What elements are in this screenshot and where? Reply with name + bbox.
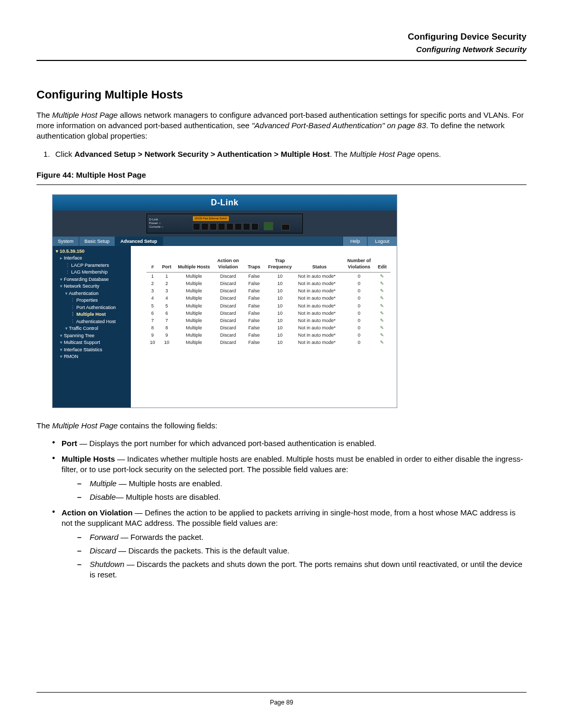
cell-edit[interactable]: ✎ <box>374 302 390 310</box>
cell-port: 10 <box>158 339 175 346</box>
cell-edit[interactable]: ✎ <box>374 317 390 324</box>
tree-item-label: Port Authentication <box>77 305 116 310</box>
edit-icon[interactable]: ✎ <box>380 295 384 301</box>
cell-mh: Multiple <box>175 294 213 302</box>
cell-edit[interactable]: ✎ <box>374 324 390 331</box>
tree-port-auth[interactable]: ⋮ Port Authentication <box>56 304 128 312</box>
cell-edit[interactable]: ✎ <box>374 280 390 287</box>
cell-nv: 0 <box>344 317 374 324</box>
cell-tf: 10 <box>265 302 295 310</box>
cell-edit[interactable]: ✎ <box>374 331 390 339</box>
intro-pre: The <box>36 110 52 119</box>
cell-port: 3 <box>158 287 175 294</box>
tree-rmon[interactable]: ▾ RMON <box>56 353 128 361</box>
device-banner: D-Link Power ○Console ○ 10/100 Fast Ethe… <box>53 211 397 237</box>
device-brand-small: D-Link <box>149 218 158 221</box>
cell-nv: 0 <box>344 310 374 317</box>
edit-icon[interactable]: ✎ <box>380 339 384 346</box>
field-aov: Action on Violation — Defines the action… <box>52 508 527 581</box>
cell-edit[interactable]: ✎ <box>374 339 390 346</box>
tree-mcast[interactable]: ▾ Multicast Support <box>56 339 128 347</box>
section-title: Configuring Multiple Hosts <box>36 87 527 103</box>
port-icon <box>210 223 217 230</box>
tree-traffic[interactable]: ▾ Traffic Control <box>56 325 128 332</box>
th-traps: Traps <box>243 256 265 273</box>
cell-index: 10 <box>146 339 158 346</box>
opt: Forward — Forwards the packet. <box>77 532 527 542</box>
tree-auth[interactable]: ▾ Authentication <box>56 290 128 298</box>
fields-list: Port — Displays the port number for whic… <box>36 438 527 581</box>
tree-fdb[interactable]: ▾ Forwarding Database <box>56 276 128 283</box>
cell-port: 7 <box>158 317 175 324</box>
logout-button[interactable]: Logout <box>367 237 397 246</box>
tree-lacp[interactable]: ⋮ LACP Parameters <box>56 262 128 269</box>
cell-aov: Discard <box>213 273 243 280</box>
router-ui: D-Link D-Link Power ○Console ○ 10/100 Fa… <box>52 194 397 408</box>
cell-aov: Discard <box>213 339 243 346</box>
port-icon <box>201 223 209 230</box>
cell-traps: False <box>243 273 265 280</box>
cell-traps: False <box>243 310 265 317</box>
intro-page-name: Multiple Host Page <box>52 110 118 119</box>
nav-tree[interactable]: ▾ 10.5.39.150 ▸ Interface ⋮ LACP Paramet… <box>53 246 131 408</box>
edit-icon[interactable]: ✎ <box>380 280 384 287</box>
opt-k: Shutdown <box>90 560 125 569</box>
tree-interface[interactable]: ▸ Interface <box>56 255 128 262</box>
cell-edit[interactable]: ✎ <box>374 294 390 302</box>
cell-nv: 0 <box>344 331 374 339</box>
tree-item-label: LACP Parameters <box>71 263 109 268</box>
tree-item-label: Multicast Support <box>64 340 101 345</box>
port-icon <box>193 223 200 230</box>
tree-item-label: Interface <box>64 255 82 261</box>
field-port-name: Port <box>62 439 77 448</box>
steps-list: Click Advanced Setup > Network Security … <box>36 149 527 159</box>
desc-page-name: Multiple Host Page <box>52 421 118 430</box>
field-mh-text: — Indicates whether multiple hosts are e… <box>62 454 523 474</box>
tree-properties[interactable]: ⋮ Properties <box>56 297 128 304</box>
cell-index: 7 <box>146 317 158 324</box>
cell-aov: Discard <box>213 324 243 331</box>
cell-edit[interactable]: ✎ <box>374 273 390 280</box>
edit-icon[interactable]: ✎ <box>380 332 384 338</box>
tree-lag[interactable]: ⋮ LAG Membership <box>56 269 128 276</box>
tree-multiple-host[interactable]: ⋮ Multiple Host <box>56 311 128 318</box>
th-port: Port <box>158 256 175 273</box>
edit-icon[interactable]: ✎ <box>380 273 384 279</box>
cell-index: 2 <box>146 280 158 287</box>
th-status: Status <box>295 256 344 273</box>
tree-netsec[interactable]: ▾ Network Security <box>56 283 128 290</box>
opt-k: Disable <box>90 492 116 501</box>
table-head: # Port Multiple Hosts Action on Violatio… <box>146 256 390 273</box>
port-icon <box>226 223 234 230</box>
field-aov-name: Action on Violation <box>62 508 132 517</box>
edit-icon[interactable]: ✎ <box>380 310 384 316</box>
tree-ip[interactable]: ▾ 10.5.39.150 <box>56 248 128 255</box>
tab-system[interactable]: System <box>53 237 79 246</box>
cell-edit[interactable]: ✎ <box>374 310 390 317</box>
cell-edit[interactable]: ✎ <box>374 287 390 294</box>
edit-icon[interactable]: ✎ <box>380 288 384 294</box>
th-nv: Number of Violations <box>344 256 374 273</box>
edit-icon[interactable]: ✎ <box>380 317 384 324</box>
cell-port: 5 <box>158 302 175 310</box>
table-row: 33MultipleDiscardFalse10Not in auto mode… <box>146 287 390 294</box>
cell-status: Not in auto mode* <box>295 324 344 331</box>
tree-ifstats[interactable]: ▾ Interface Statistics <box>56 347 128 354</box>
cell-index: 8 <box>146 324 158 331</box>
cell-tf: 10 <box>265 310 295 317</box>
tab-basic-setup[interactable]: Basic Setup <box>79 237 115 246</box>
tree-stp[interactable]: ▾ Spanning Tree <box>56 332 128 340</box>
help-button[interactable]: Help <box>342 237 368 246</box>
edit-icon[interactable]: ✎ <box>380 303 384 309</box>
cell-status: Not in auto mode* <box>295 302 344 310</box>
cell-aov: Discard <box>213 294 243 302</box>
cell-tf: 10 <box>265 324 295 331</box>
tree-auth-host[interactable]: ⋮ Authenticated Host <box>56 318 128 326</box>
multiple-hosts-table: # Port Multiple Hosts Action on Violatio… <box>146 256 390 347</box>
cell-status: Not in auto mode* <box>295 287 344 294</box>
tab-advanced-setup[interactable]: Advanced Setup <box>115 237 163 246</box>
cell-nv: 0 <box>344 339 374 346</box>
tree-item-label: Authentication <box>69 291 99 296</box>
cell-status: Not in auto mode* <box>295 339 344 346</box>
edit-icon[interactable]: ✎ <box>380 325 384 331</box>
